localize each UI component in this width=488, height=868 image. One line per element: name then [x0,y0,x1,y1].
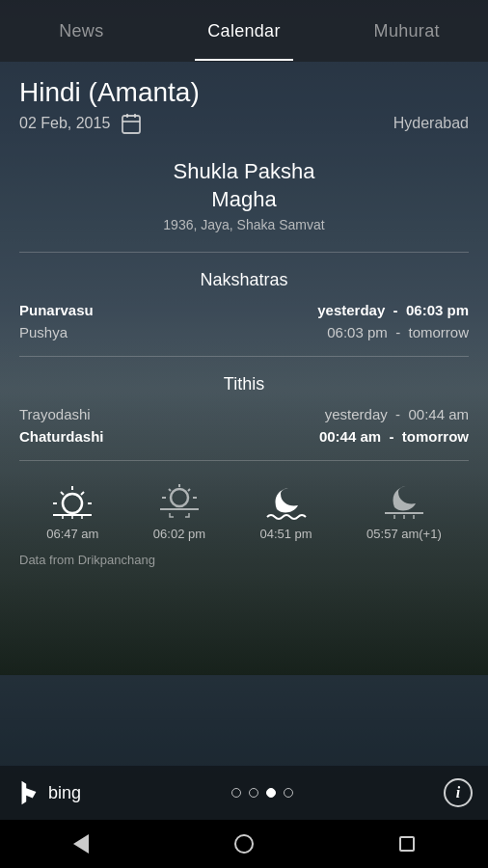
page-dots [231,788,293,798]
paksha-line1: Shukla Paksha [19,158,469,186]
svg-line-17 [169,489,171,491]
location-text: Hyderabad [393,115,469,132]
info-button[interactable]: i [444,778,473,807]
sunset-icon [156,482,203,521]
astro-moonset: 05:57 am(+1) [366,482,442,541]
moonrise-icon [263,482,310,521]
svg-point-4 [63,494,82,513]
nakshatra-row-1: Punarvasu yesterday - 06:03 pm [19,302,469,318]
date-left: 02 Feb, 2015 [19,112,143,135]
calendar-title: Hindi (Amanta) [19,77,469,108]
nakshatra-times-1: yesterday - 06:03 pm [317,302,469,318]
nakshatras-title: Nakshatras [19,270,469,290]
tithis-title: Tithis [19,374,469,394]
svg-line-16 [188,489,190,491]
svg-line-9 [61,492,64,495]
nakshatra-name-1: Punarvasu [19,302,106,318]
sunrise-icon [49,482,95,521]
tab-bar: News Calendar Muhurat [0,0,488,62]
bing-icon [15,779,42,806]
moonset-time: 05:57 am(+1) [366,527,442,541]
nakshatra-name-2: Pushya [19,324,106,340]
moonrise-time: 04:51 pm [259,527,312,541]
tithi-times-2: 00:44 am - tomorrow [319,428,469,445]
date-text: 02 Feb, 2015 [19,115,110,132]
svg-line-6 [81,492,84,495]
tithi-times-1: yesterday - 00:44 am [325,406,469,422]
paksha-section: Shukla Paksha Magha 1936, Jaya, Shaka Sa… [19,158,469,232]
astro-moonrise: 04:51 pm [259,482,312,541]
nakshatra-times-2: 06:03 pm - tomorrow [327,324,469,340]
moonset-icon [381,482,427,521]
android-nav-bar [0,820,488,868]
divider-3 [19,460,469,461]
tithi-name-2: Chaturdashi [19,428,125,445]
tab-muhurat[interactable]: Muhurat [325,2,488,61]
nakshatra-row-2: Pushya 06:03 pm - tomorrow [19,324,469,340]
dot-3[interactable] [266,788,276,798]
tithi-row-2: Chaturdashi 00:44 am - tomorrow [19,428,469,445]
divider-2 [19,356,469,357]
tithi-name-1: Trayodashi [19,406,125,422]
astro-sunrise: 06:47 am [46,482,98,541]
paksha-line3: 1936, Jaya, Shaka Samvat [19,217,469,232]
data-source: Data from Drikpanchang [19,553,469,567]
home-button[interactable] [234,834,254,854]
tithi-row-1: Trayodashi yesterday - 00:44 am [19,406,469,422]
bottom-bar: bing i [0,766,488,820]
dot-1[interactable] [231,788,241,798]
svg-rect-0 [122,116,140,133]
tab-news[interactable]: News [0,2,163,61]
bing-logo: bing [15,779,81,806]
paksha-line2: Magha [19,186,469,214]
date-row: 02 Feb, 2015 Hyderabad [19,112,469,135]
bing-label: bing [48,783,81,803]
dot-4[interactable] [284,788,293,798]
header-section: Hindi (Amanta) 02 Feb, 2015 Hyderabad [19,77,469,135]
svg-point-14 [171,489,188,506]
dot-2[interactable] [249,788,258,798]
calendar-icon[interactable] [120,112,143,135]
sunset-time: 06:02 pm [153,527,205,541]
astro-sunset: 06:02 pm [153,482,205,541]
astro-section: 06:47 am 06:02 pm [19,482,469,541]
tab-calendar[interactable]: Calendar [163,2,326,61]
recent-button[interactable] [399,836,415,852]
sunrise-time: 06:47 am [46,527,98,541]
divider-1 [19,252,469,253]
main-content: Hindi (Amanta) 02 Feb, 2015 Hyderabad Sh… [0,62,488,766]
back-button[interactable] [73,834,89,854]
